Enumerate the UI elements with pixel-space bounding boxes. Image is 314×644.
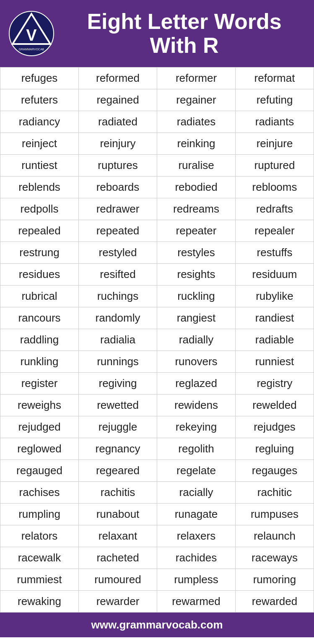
word-cell: restyles (157, 242, 236, 264)
header-title: Eight Letter Words With R (63, 10, 306, 57)
word-cell: residues (0, 264, 79, 286)
word-cell: refuges (0, 68, 79, 89)
word-cell: rummiest (0, 569, 79, 591)
word-cell: refuting (236, 89, 314, 111)
word-cell: runniest (236, 351, 314, 373)
word-cell: rewaking (0, 591, 79, 613)
word-cell: restyled (79, 242, 157, 264)
word-cell: redpolls (0, 198, 79, 220)
word-cell: rebodied (157, 177, 236, 198)
word-cell: radially (157, 329, 236, 351)
word-cell: reinjury (79, 133, 157, 155)
footer: www.grammarvocab.com (0, 613, 314, 637)
word-cell: rumoured (79, 569, 157, 591)
word-cell: redrawer (79, 198, 157, 220)
word-cell: ruptures (79, 155, 157, 177)
word-cell: reblooms (236, 177, 314, 198)
word-cell: relaxers (157, 525, 236, 547)
word-cell: residuum (236, 264, 314, 286)
word-cell: reglazed (157, 373, 236, 395)
word-cell: regained (79, 89, 157, 111)
word-cell: regelate (157, 460, 236, 482)
word-cell: reformed (79, 68, 157, 89)
word-grid: refugesreformedreformerreformatrefutersr… (0, 67, 314, 613)
word-cell: repeater (157, 220, 236, 242)
word-cell: ruralise (157, 155, 236, 177)
word-cell: relaunch (236, 525, 314, 547)
word-cell: rancours (0, 307, 79, 329)
word-cell: rumpuses (236, 504, 314, 525)
word-cell: radiable (236, 329, 314, 351)
word-cell: restuffs (236, 242, 314, 264)
word-cell: radiants (236, 111, 314, 133)
word-cell: regauged (0, 460, 79, 482)
word-cell: redreams (157, 198, 236, 220)
word-cell: ruckling (157, 286, 236, 307)
word-cell: resifted (79, 264, 157, 286)
word-cell: rachitic (236, 482, 314, 504)
word-cell: reinjure (236, 133, 314, 155)
word-cell: rumoring (236, 569, 314, 591)
word-cell: regiving (79, 373, 157, 395)
word-cell: rewidens (157, 395, 236, 416)
word-cell: relaxant (79, 525, 157, 547)
word-cell: rumpless (157, 569, 236, 591)
header: V GRAMMARVOCAB Eight Letter Words With R (0, 0, 314, 67)
word-cell: rewarmed (157, 591, 236, 613)
word-cell: runnings (79, 351, 157, 373)
word-cell: runovers (157, 351, 236, 373)
word-cell: rumpling (0, 504, 79, 525)
word-cell: racially (157, 482, 236, 504)
word-cell: regnancy (79, 438, 157, 460)
svg-text:GRAMMARVOCAB: GRAMMARVOCAB (19, 48, 44, 51)
word-cell: randiest (236, 307, 314, 329)
word-cell: rejudges (236, 416, 314, 438)
word-cell: registry (236, 373, 314, 395)
word-cell: repeated (79, 220, 157, 242)
word-cell: rachitis (79, 482, 157, 504)
word-cell: rejudged (0, 416, 79, 438)
word-cell: reglowed (0, 438, 79, 460)
word-cell: reformer (157, 68, 236, 89)
word-cell: regluing (236, 438, 314, 460)
word-cell: restrung (0, 242, 79, 264)
word-cell: racewalk (0, 547, 79, 569)
word-cell: rejuggle (79, 416, 157, 438)
word-cell: repealed (0, 220, 79, 242)
word-cell: rewarded (236, 591, 314, 613)
word-cell: regauges (236, 460, 314, 482)
word-cell: reformat (236, 68, 314, 89)
word-cell: reinject (0, 133, 79, 155)
word-cell: rewelded (236, 395, 314, 416)
word-cell: radiated (79, 111, 157, 133)
word-cell: runabout (79, 504, 157, 525)
word-cell: reinking (157, 133, 236, 155)
word-cell: refuters (0, 89, 79, 111)
word-cell: rubylike (236, 286, 314, 307)
word-cell: regolith (157, 438, 236, 460)
word-cell: raddling (0, 329, 79, 351)
logo: V GRAMMARVOCAB (8, 10, 54, 57)
svg-text:V: V (26, 26, 37, 44)
word-cell: raceways (236, 547, 314, 569)
word-cell: rubrical (0, 286, 79, 307)
word-cell: reweighs (0, 395, 79, 416)
word-cell: rachides (157, 547, 236, 569)
word-cell: relators (0, 525, 79, 547)
word-cell: rangiest (157, 307, 236, 329)
word-cell: radialia (79, 329, 157, 351)
word-cell: rachises (0, 482, 79, 504)
word-cell: runkling (0, 351, 79, 373)
word-cell: radiancy (0, 111, 79, 133)
word-cell: rewarder (79, 591, 157, 613)
word-cell: runagate (157, 504, 236, 525)
word-cell: reboards (79, 177, 157, 198)
word-cell: runtiest (0, 155, 79, 177)
word-cell: repealer (236, 220, 314, 242)
word-cell: ruchings (79, 286, 157, 307)
word-cell: racheted (79, 547, 157, 569)
word-cell: rewetted (79, 395, 157, 416)
word-cell: redrafts (236, 198, 314, 220)
word-cell: regainer (157, 89, 236, 111)
word-cell: rekeying (157, 416, 236, 438)
